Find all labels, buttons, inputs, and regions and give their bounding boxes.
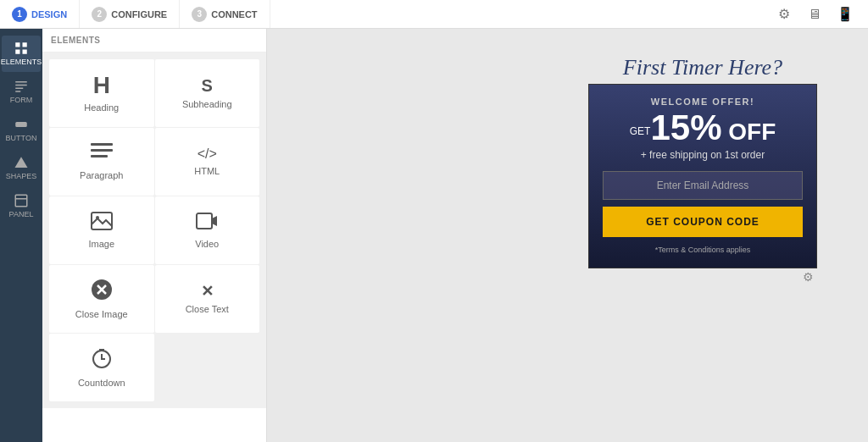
- close-text-icon: ✕: [201, 284, 214, 299]
- popup-welcome: WELCOME OFFER!: [603, 97, 803, 107]
- popup-terms: *Terms & Conditions applies: [603, 246, 803, 254]
- close-image-icon: [91, 279, 113, 304]
- left-sidebar: ELEMENTS FORM BUTTON SHAPES PANEL: [0, 29, 42, 442]
- countdown-label: Countdown: [78, 378, 125, 388]
- heading-icon: H: [93, 74, 110, 97]
- svg-rect-4: [15, 81, 27, 83]
- panel-icon: [14, 193, 29, 208]
- sidebar-form-label: FORM: [10, 97, 33, 105]
- html-icon: </>: [198, 147, 217, 161]
- image-icon: [91, 212, 113, 234]
- svg-rect-10: [15, 195, 27, 207]
- grid-icon: [14, 41, 29, 56]
- popup-subtext: + free shipping on 1st order: [603, 149, 803, 161]
- svg-rect-12: [91, 143, 113, 146]
- subheading-icon: S: [202, 77, 213, 94]
- close-image-label: Close Image: [75, 309, 128, 319]
- popup-settings-gear[interactable]: ⚙: [803, 270, 814, 284]
- canvas-area: First Timer Here? WELCOME OFFER! GET15% …: [267, 29, 868, 442]
- element-tile-countdown[interactable]: Countdown: [49, 334, 154, 401]
- paragraph-label: Paragraph: [80, 170, 123, 180]
- image-label: Image: [88, 239, 114, 249]
- svg-rect-17: [197, 213, 212, 229]
- step-label-configure: CONFIGURE: [111, 9, 167, 19]
- popup-widget: First Timer Here? WELCOME OFFER! GET15% …: [588, 54, 817, 268]
- elements-grid: H Heading S Subheading Paragraph </> HTM…: [42, 52, 266, 408]
- popup-box-inner: WELCOME OFFER! GET15% OFF + free shippin…: [589, 85, 816, 268]
- sidebar-button-label: BUTTON: [6, 135, 37, 143]
- svg-rect-11: [15, 198, 27, 200]
- element-tile-html[interactable]: </> HTML: [155, 128, 260, 196]
- element-tile-heading[interactable]: H Heading: [49, 59, 154, 127]
- nav-step-design[interactable]: 1 DESIGN: [0, 0, 80, 28]
- svg-rect-3: [23, 50, 27, 54]
- step-num-1: 1: [12, 7, 27, 22]
- popup-off: OFF: [721, 119, 776, 145]
- elements-panel: ELEMENTS H Heading S Subheading Paragrap…: [42, 29, 267, 442]
- sidebar-shapes-label: SHAPES: [6, 173, 37, 181]
- element-tile-video[interactable]: Video: [155, 196, 260, 264]
- svg-rect-2: [15, 50, 19, 54]
- top-nav: 1 DESIGN 2 CONFIGURE 3 CONNECT ⚙ 🖥 📱: [0, 0, 868, 29]
- svg-rect-7: [15, 91, 20, 92]
- step-num-3: 3: [192, 7, 207, 22]
- step-num-2: 2: [92, 7, 107, 22]
- shapes-icon: [14, 155, 29, 170]
- popup-box: WELCOME OFFER! GET15% OFF + free shippin…: [588, 84, 817, 268]
- svg-rect-0: [15, 42, 19, 47]
- step-label-connect: CONNECT: [211, 9, 257, 19]
- heading-label: Heading: [84, 102, 119, 113]
- sidebar-item-form[interactable]: FORM: [2, 74, 41, 110]
- desktop-icon[interactable]: 🖥: [802, 2, 827, 27]
- nav-icons: ⚙ 🖥 📱: [761, 2, 868, 27]
- sidebar-item-button[interactable]: BUTTON: [2, 112, 41, 148]
- svg-rect-6: [15, 87, 23, 89]
- svg-rect-8: [15, 122, 27, 127]
- popup-big-num: 15%: [650, 108, 721, 147]
- button-icon: [14, 117, 29, 132]
- mobile-icon[interactable]: 📱: [832, 2, 858, 27]
- sidebar-item-elements[interactable]: ELEMENTS: [2, 36, 41, 72]
- element-tile-subheading[interactable]: S Subheading: [155, 59, 260, 127]
- gear-icon[interactable]: ⚙: [771, 2, 797, 27]
- close-text-label: Close Text: [186, 304, 229, 314]
- subheading-label: Subheading: [182, 99, 232, 109]
- nav-step-configure[interactable]: 2 CONFIGURE: [80, 0, 180, 28]
- element-tile-close-image[interactable]: Close Image: [49, 265, 154, 333]
- elements-panel-title: ELEMENTS: [42, 29, 266, 52]
- sidebar-elements-label: ELEMENTS: [1, 58, 42, 67]
- main-layout: ELEMENTS FORM BUTTON SHAPES PANEL ELEMEN…: [0, 29, 868, 442]
- paragraph-icon: [91, 143, 113, 165]
- popup-coupon-button[interactable]: GET COUPON CODE: [603, 207, 803, 237]
- countdown-icon: [91, 347, 113, 373]
- popup-get-small: GET: [630, 125, 651, 137]
- svg-marker-9: [15, 157, 28, 168]
- nav-step-connect[interactable]: 3 CONNECT: [180, 0, 270, 28]
- svg-rect-1: [23, 42, 27, 47]
- svg-rect-13: [91, 149, 113, 152]
- video-icon: [196, 212, 218, 234]
- svg-rect-5: [15, 85, 27, 86]
- popup-heading: First Timer Here?: [588, 54, 817, 80]
- element-tile-close-text[interactable]: ✕ Close Text: [155, 265, 260, 333]
- step-label-design: DESIGN: [31, 9, 67, 19]
- popup-percent: GET15% OFF: [603, 110, 803, 146]
- sidebar-item-panel[interactable]: PANEL: [2, 188, 41, 224]
- sidebar-panel-label: PANEL: [9, 211, 34, 219]
- video-label: Video: [195, 239, 219, 249]
- element-tile-image[interactable]: Image: [49, 196, 154, 264]
- html-label: HTML: [194, 166, 220, 176]
- form-icon: [14, 79, 29, 94]
- element-tile-paragraph[interactable]: Paragraph: [49, 128, 154, 196]
- sidebar-item-shapes[interactable]: SHAPES: [2, 150, 41, 186]
- popup-email-input[interactable]: [603, 171, 803, 200]
- svg-rect-14: [91, 155, 108, 157]
